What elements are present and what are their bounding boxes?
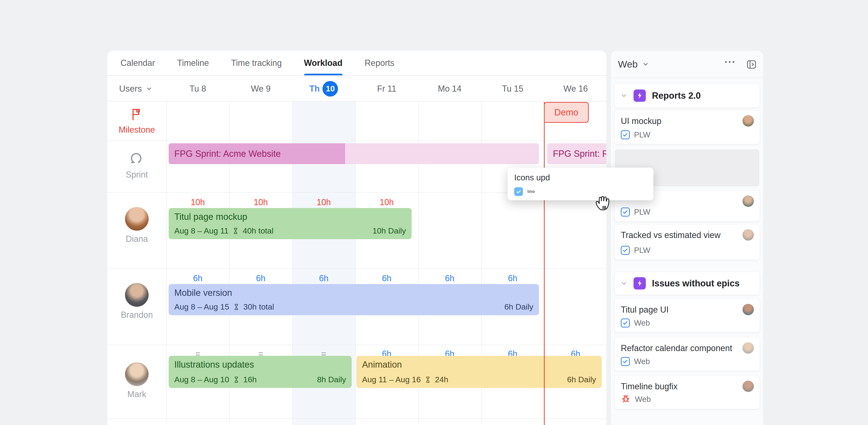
checkbox-checked-icon[interactable] (621, 357, 630, 366)
milestone-chip-demo[interactable]: Demo (544, 102, 589, 123)
hour-label[interactable]: 6h (292, 273, 355, 284)
card-tag: Web (634, 357, 650, 366)
hour-label[interactable] (544, 273, 606, 284)
chevron-down-icon (146, 85, 152, 92)
task-bar-animation[interactable]: Animation Aug 11 – Aug 16 24h 6h Daily (356, 356, 602, 388)
lane-user-brandon[interactable]: Brandon (107, 283, 166, 320)
hourglass-icon (232, 303, 240, 311)
lane-sprint[interactable]: Sprint (107, 149, 166, 180)
users-dropdown-label: Users (119, 84, 142, 94)
checkbox-checked-filled-icon (514, 187, 523, 196)
card-title: Titul page UI (621, 305, 753, 315)
hours-row-brandon: 6h 6h 6h 6h 6h 6h (166, 273, 606, 284)
tab-calendar[interactable]: Calendar (121, 51, 155, 75)
day-label[interactable]: Fr 11 (355, 76, 418, 101)
task-bar-illustrations-updates[interactable]: Illustrations updates Aug 8 – Aug 10 16h… (168, 356, 352, 388)
card-titul-page-ui[interactable]: Titul page UI Web (615, 299, 760, 332)
avatar (125, 283, 149, 307)
checkbox-checked-icon[interactable] (621, 246, 630, 255)
board-dropdown[interactable]: Web (618, 51, 649, 78)
sprint-bar-acme-website[interactable]: FPG Sprint: Acme Website (168, 143, 539, 164)
hour-label[interactable]: 6h (481, 273, 544, 284)
chevron-down-icon (642, 61, 649, 68)
task-total: 24h (435, 375, 448, 384)
task-title: Illustrations updates (174, 360, 346, 370)
task-bar-titul-page-mockup[interactable]: Titul page mockup Aug 8 – Aug 11 40h tot… (168, 208, 412, 239)
day-label[interactable]: Tu 15 (481, 76, 544, 101)
task-dates: Aug 11 – Aug 16 (362, 375, 421, 384)
section-header-reports-2-0[interactable]: Reports 2.0 (615, 84, 760, 107)
task-total: 16h (243, 375, 257, 384)
checkbox-checked-icon[interactable] (621, 318, 630, 328)
milestone-chip-label: Demo (554, 107, 578, 118)
card-tracked-vs-estimated-view[interactable]: Tracked vs estimated view PLW (615, 225, 760, 259)
checkbox-checked-icon[interactable] (621, 207, 630, 217)
more-options-icon[interactable] (725, 61, 734, 63)
workload-panel: Calendar Timeline Time tracking Workload… (107, 51, 606, 425)
hour-label[interactable]: 6h (229, 273, 292, 284)
backlog-header: Web (611, 51, 763, 78)
chevron-down-icon (620, 92, 627, 99)
collapse-panel-icon[interactable] (746, 59, 757, 70)
tab-reports[interactable]: Reports (365, 51, 394, 75)
avatar (742, 115, 754, 127)
hour-label[interactable]: 6h (418, 273, 481, 284)
avatar (742, 195, 754, 207)
tab-time-tracking[interactable]: Time tracking (231, 51, 282, 75)
hour-label[interactable]: 10h (166, 197, 229, 207)
dragged-card-icons-upd[interactable]: Icons upd Web (507, 168, 653, 200)
task-daily: 8h Daily (317, 375, 346, 384)
card-title: Timeline bugfix (621, 381, 753, 392)
member-name: Diana (126, 234, 148, 244)
task-bar-mobile-version[interactable]: Mobile version Aug 8 – Aug 15 30h total … (168, 284, 539, 315)
hour-label[interactable]: 6h (166, 273, 229, 284)
dragged-card-title: Icons upd (514, 173, 647, 182)
hourglass-icon (232, 376, 240, 384)
lane-milestone-label: Milestone (119, 125, 155, 135)
lane-user-diana[interactable]: Diana (107, 206, 166, 244)
bug-icon (621, 394, 631, 404)
lane-sprint-label: Sprint (126, 170, 148, 180)
section-header-issues-without-epics[interactable]: Issues without epics (615, 272, 760, 295)
avatar (742, 303, 754, 316)
task-daily: 6h Daily (567, 375, 596, 384)
task-title: Mobile version (174, 288, 533, 298)
tab-workload[interactable]: Workload (304, 51, 342, 75)
users-dropdown[interactable]: Users (119, 76, 152, 101)
backlog-panel: Web Reports 2.0 UI mockup PLW (611, 51, 763, 425)
section-title: Issues without epics (652, 278, 740, 288)
hour-label[interactable]: 10h (292, 197, 355, 207)
day-label[interactable]: We 9 (229, 76, 292, 101)
grab-cursor-icon (592, 190, 615, 213)
milestone-marker-line (544, 102, 545, 425)
board-dropdown-label: Web (618, 59, 638, 70)
hour-label[interactable]: 6h (355, 273, 418, 284)
today-date-badge: 10 (322, 81, 338, 96)
card-title: UI mockup (621, 116, 753, 126)
hourglass-icon (232, 227, 239, 235)
day-label[interactable]: Mo 14 (418, 76, 481, 101)
hour-label[interactable]: 10h (355, 197, 418, 207)
day-label[interactable]: Tu 8 (166, 76, 229, 101)
lane-user-mark[interactable]: Mark (107, 362, 166, 399)
checkbox-checked-icon[interactable] (621, 130, 630, 139)
day-label[interactable]: We 16 (544, 76, 606, 101)
card-tag: PLW (634, 246, 650, 255)
sprint-loop-icon (128, 149, 146, 167)
card-timeline-bugfix[interactable]: Timeline bugfix Web (615, 376, 760, 409)
hour-label[interactable] (418, 197, 481, 207)
card-ui-mockup[interactable]: UI mockup PLW (615, 111, 760, 144)
sprint-bar-next[interactable]: FPG Sprint: Re (547, 143, 606, 164)
card-refactor-calendar-component[interactable]: Refactor calendar component Web (615, 338, 760, 371)
member-name: Brandon (121, 310, 153, 320)
epic-icon (633, 89, 646, 102)
day-label-today[interactable]: Th 10 (292, 76, 355, 101)
tab-timeline[interactable]: Timeline (177, 51, 209, 75)
row-divider (107, 418, 606, 419)
day-labels: Tu 8 We 9 Th 10 Fr 11 Mo 14 Tu 15 We 16 (166, 76, 606, 101)
lane-milestone[interactable]: Milestone (107, 107, 166, 135)
hour-label[interactable]: 10h (229, 197, 292, 207)
avatar (742, 229, 754, 241)
card-tag: Web (634, 318, 650, 328)
task-daily: 10h Daily (372, 226, 406, 235)
